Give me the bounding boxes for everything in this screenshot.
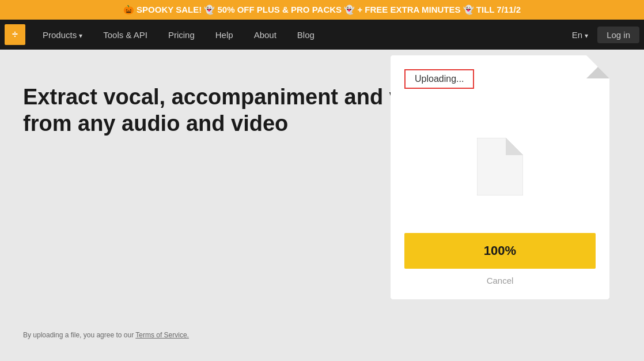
uploading-label: Uploading... [404,69,474,89]
progress-button[interactable]: 100% [404,233,596,269]
navbar: ÷ Products Tools & API Pricing Help Abou… [0,20,644,50]
upload-card: Uploading... 100% Cancel [391,55,609,299]
login-button[interactable]: Log in [597,27,639,43]
nav-products[interactable]: Products [32,20,93,50]
nav-blog-label: Blog [297,30,315,40]
cancel-button[interactable]: Cancel [404,276,596,285]
chevron-down-icon [79,30,82,40]
banner-text: 🎃 SPOOKY SALE! 👻 50% OFF PLUS & PRO PACK… [123,5,521,14]
nav-items: Products Tools & API Pricing Help About … [32,20,565,50]
promo-banner: 🎃 SPOOKY SALE! 👻 50% OFF PLUS & PRO PACK… [0,0,644,20]
footer-note: By uploading a file, you agree to our Te… [23,331,621,339]
nav-tools[interactable]: Tools & API [93,20,158,50]
nav-help-label: Help [215,30,233,40]
nav-about-label: About [254,30,276,40]
main-content: Extract vocal, accompaniment and various… [0,50,644,361]
nav-right: En Log in [565,27,639,43]
lang-chevron-icon [585,30,588,40]
logo[interactable]: ÷ [5,24,25,45]
file-icon [477,138,523,195]
nav-about[interactable]: About [244,20,287,50]
footer-note-text: By uploading a file, you agree to our [23,331,135,339]
nav-pricing[interactable]: Pricing [158,20,205,50]
nav-blog[interactable]: Blog [287,20,325,50]
file-area [404,100,596,233]
login-label: Log in [607,30,630,40]
nav-help[interactable]: Help [205,20,244,50]
nav-products-label: Products [43,30,77,40]
language-selector[interactable]: En [565,27,595,43]
language-label: En [572,30,582,40]
nav-tools-label: Tools & API [103,30,147,40]
nav-pricing-label: Pricing [168,30,195,40]
terms-of-service-link[interactable]: Terms of Service. [135,331,189,339]
